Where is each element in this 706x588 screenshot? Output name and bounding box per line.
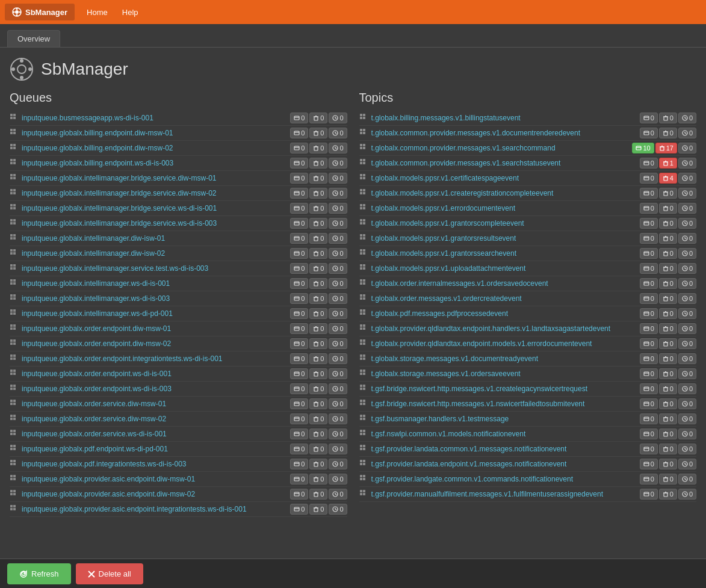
topic-time-btn[interactable]: 0 [678, 368, 696, 379]
queue-name[interactable]: inputqueue.globalx.order.endpoint.ws-di-… [22, 370, 290, 378]
queue-name[interactable]: inputqueue.globalx.intellimanager.servic… [22, 264, 290, 273]
topic-time-btn[interactable]: 0 [678, 398, 696, 409]
topic-time-btn[interactable]: 0 [678, 444, 696, 454]
topic-name[interactable]: t.globalx.common.provider.messages.v1.se… [371, 144, 633, 152]
topic-msg-btn[interactable]: 0 [640, 218, 658, 229]
queues-list[interactable]: inputqueue.busmessageapp.ws-di-is-001 0 … [10, 111, 347, 556]
queue-time-btn[interactable]: 0 [329, 323, 347, 334]
topic-del-btn[interactable]: 0 [659, 248, 677, 259]
topic-del-btn[interactable]: 0 [659, 429, 677, 439]
topic-del-btn[interactable]: 0 [659, 338, 677, 349]
topic-time-btn[interactable]: 0 [678, 188, 696, 199]
queue-msg-btn[interactable]: 0 [290, 278, 308, 289]
queue-name[interactable]: inputqueue.globalx.order.service.diw-msw… [22, 400, 290, 408]
queue-msg-btn[interactable]: 0 [290, 504, 308, 515]
queue-name[interactable]: inputqueue.globalx.provider.asic.endpoin… [22, 505, 290, 513]
topic-msg-btn[interactable]: 0 [640, 353, 658, 364]
queue-del-btn[interactable]: 0 [309, 398, 327, 409]
topic-del-btn[interactable]: 0 [659, 444, 677, 454]
topic-name[interactable]: t.globalx.models.ppsr.v1.uploadattachmen… [371, 264, 640, 273]
queue-time-btn[interactable]: 0 [329, 413, 347, 424]
topic-name[interactable]: t.gsf.provider.landgate.common.v1.comman… [371, 475, 640, 483]
queue-msg-btn[interactable]: 0 [290, 413, 308, 424]
topic-name[interactable]: t.globalx.models.ppsr.v1.grantorssearche… [371, 249, 640, 258]
queue-del-btn[interactable]: 0 [309, 278, 327, 289]
queue-del-btn[interactable]: 0 [309, 293, 327, 304]
topic-del-btn[interactable]: 0 [659, 233, 677, 244]
topic-time-btn[interactable]: 0 [678, 263, 696, 274]
topic-msg-btn[interactable]: 0 [640, 293, 658, 304]
topic-time-btn[interactable]: 0 [678, 143, 696, 153]
topic-name[interactable]: t.globalx.models.ppsr.v1.createregistrat… [371, 189, 640, 197]
queue-time-btn[interactable]: 0 [329, 308, 347, 319]
topics-list[interactable]: t.globalx.billing.messages.v1.billingsta… [359, 111, 697, 556]
queue-time-btn[interactable]: 0 [329, 429, 347, 439]
queue-msg-btn[interactable]: 0 [290, 233, 308, 244]
queue-del-btn[interactable]: 0 [309, 368, 327, 379]
topic-del-btn[interactable]: 0 [659, 263, 677, 274]
queue-msg-btn[interactable]: 0 [290, 263, 308, 274]
topic-del-btn[interactable]: 0 [659, 413, 677, 424]
topic-name[interactable]: t.gsf.bridge.nswicert.http.messages.v1.n… [371, 400, 640, 408]
topic-del-btn[interactable]: 4 [659, 173, 677, 184]
topic-name[interactable]: t.globalx.common.provider.messages.v1.se… [371, 159, 640, 167]
topic-time-btn[interactable]: 0 [678, 158, 696, 169]
queue-msg-btn[interactable]: 0 [290, 218, 308, 229]
queue-msg-btn[interactable]: 0 [290, 368, 308, 379]
queue-msg-btn[interactable]: 0 [290, 173, 308, 184]
topic-time-btn[interactable]: 0 [678, 173, 696, 184]
topic-del-btn[interactable]: 0 [659, 398, 677, 409]
topic-name[interactable]: t.globalx.models.ppsr.v1.certificatespag… [371, 174, 640, 182]
topic-del-btn[interactable]: 0 [659, 353, 677, 364]
queue-name[interactable]: inputqueue.globalx.billing.endpoint.diw-… [22, 129, 290, 137]
queue-time-btn[interactable]: 0 [329, 293, 347, 304]
queue-name[interactable]: inputqueue.globalx.intellimanager.bridge… [22, 189, 290, 197]
topic-msg-btn[interactable]: 0 [640, 429, 658, 439]
topic-name[interactable]: t.globalx.billing.messages.v1.billingsta… [371, 114, 640, 122]
queue-time-btn[interactable]: 0 [329, 338, 347, 349]
queue-msg-btn[interactable]: 0 [290, 248, 308, 259]
queue-time-btn[interactable]: 0 [329, 353, 347, 364]
topic-del-btn[interactable]: 0 [659, 489, 677, 500]
queue-time-btn[interactable]: 0 [329, 128, 347, 138]
queue-msg-btn[interactable]: 0 [290, 158, 308, 169]
topic-msg-btn[interactable]: 0 [640, 128, 658, 138]
queue-msg-btn[interactable]: 0 [290, 489, 308, 500]
queue-msg-btn[interactable]: 0 [290, 474, 308, 484]
queue-name[interactable]: inputqueue.globalx.pdf.integrationtests.… [22, 460, 290, 468]
topic-time-btn[interactable]: 0 [678, 413, 696, 424]
topic-name[interactable]: t.globalx.storage.messages.v1.ordersavee… [371, 370, 640, 378]
queue-msg-btn[interactable]: 0 [290, 113, 308, 123]
queue-time-btn[interactable]: 0 [329, 173, 347, 184]
topic-time-btn[interactable]: 0 [678, 293, 696, 304]
topic-msg-btn[interactable]: 0 [640, 368, 658, 379]
delete-all-button[interactable]: Delete all [76, 563, 143, 584]
topic-del-btn[interactable]: 0 [659, 459, 677, 469]
queue-msg-btn[interactable]: 0 [290, 323, 308, 334]
queue-name[interactable]: inputqueue.globalx.order.service.diw-msw… [22, 415, 290, 423]
topic-msg-btn[interactable]: 0 [640, 489, 658, 500]
topic-name[interactable]: t.gsf.busmanager.handlers.v1.testmessage [371, 415, 640, 423]
topic-name[interactable]: t.gsf.bridge.nswicert.http.messages.v1.c… [371, 385, 640, 393]
topic-msg-btn[interactable]: 10 [632, 143, 654, 153]
topic-name[interactable]: t.globalx.models.ppsr.v1.grantorsresults… [371, 234, 640, 243]
queue-msg-btn[interactable]: 0 [290, 459, 308, 469]
topic-msg-btn[interactable]: 0 [640, 158, 658, 169]
queue-name[interactable]: inputqueue.globalx.order.endpoint.diw-ms… [22, 324, 290, 333]
queue-del-btn[interactable]: 0 [309, 459, 327, 469]
topic-name[interactable]: t.gsf.provider.manualfulfilment.messages… [371, 490, 640, 498]
topic-msg-btn[interactable]: 0 [640, 383, 658, 394]
brand-button[interactable]: SbManager [5, 4, 75, 20]
queue-time-btn[interactable]: 0 [329, 218, 347, 229]
queue-time-btn[interactable]: 0 [329, 263, 347, 274]
tab-overview[interactable]: Overview [7, 30, 60, 47]
topic-name[interactable]: t.globalx.models.ppsr.v1.errordocumentev… [371, 204, 640, 212]
topic-time-btn[interactable]: 0 [678, 113, 696, 123]
queue-time-btn[interactable]: 0 [329, 233, 347, 244]
queue-time-btn[interactable]: 0 [329, 398, 347, 409]
topic-msg-btn[interactable]: 0 [640, 398, 658, 409]
queue-del-btn[interactable]: 0 [309, 489, 327, 500]
queue-msg-btn[interactable]: 0 [290, 429, 308, 439]
refresh-button[interactable]: Refresh [7, 563, 71, 584]
topic-del-btn[interactable]: 0 [659, 474, 677, 484]
